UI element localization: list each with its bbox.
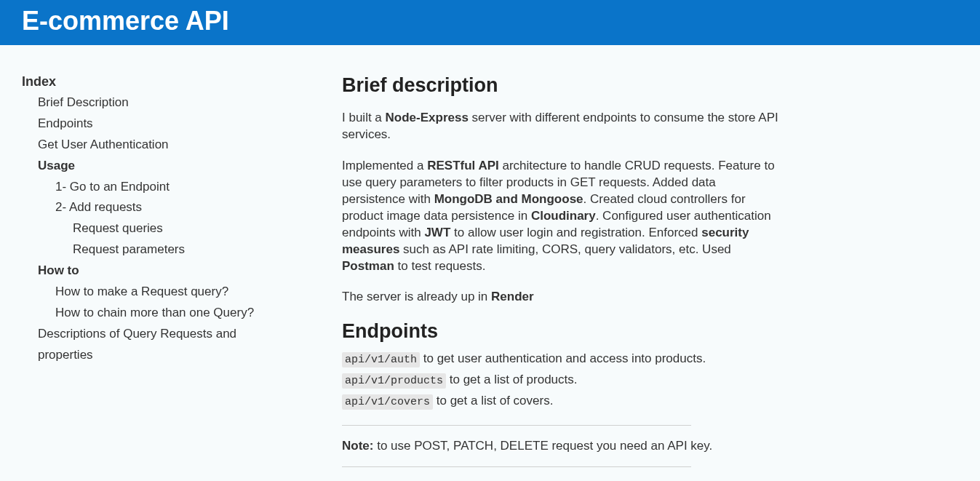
index-heading: Index (22, 74, 276, 90)
sidebar-link-add-requests[interactable]: 2- Add requests (55, 200, 142, 214)
endpoint-auth: api/v1/auth to get user authentication a… (342, 349, 778, 370)
separator (342, 466, 691, 467)
sidebar-link-endpoints[interactable]: Endpoints (38, 116, 93, 130)
sidebar-link-make-query[interactable]: How to make a Request query? (55, 285, 228, 298)
endpoints-heading: Endpoints (342, 320, 778, 343)
endpoint-covers-code: api/v1/covers (342, 394, 433, 410)
sidebar-link-descriptions[interactable]: Descriptions of Query Requests and prope… (38, 327, 236, 362)
sidebar-link-chain-query[interactable]: How to chain more than one Query? (55, 306, 254, 319)
sidebar-link-usage[interactable]: Usage (38, 159, 75, 172)
note: Note: to use POST, PATCH, DELETE request… (342, 439, 778, 453)
sidebar-link-how-to[interactable]: How to (38, 263, 79, 277)
layout: Index Brief Description Endpoints Get Us… (0, 45, 980, 481)
sidebar-link-req-params[interactable]: Request parameters (73, 242, 185, 256)
sidebar: Index Brief Description Endpoints Get Us… (0, 45, 291, 481)
sidebar-link-brief[interactable]: Brief Description (38, 95, 129, 109)
sidebar-link-get-auth[interactable]: Get User Authentication (38, 138, 169, 151)
brief-paragraph-1: I built a Node-Express server with diffe… (342, 110, 778, 143)
endpoint-products-code: api/v1/products (342, 373, 446, 389)
brief-paragraph-2: Implemented a RESTful API architecture t… (342, 158, 778, 275)
endpoint-products: api/v1/products to get a list of product… (342, 370, 778, 391)
main-content: Brief description I built a Node-Express… (291, 45, 822, 481)
sidebar-link-go-endpoint[interactable]: 1- Go to an Endpoint (55, 180, 170, 194)
endpoints-section: Endpoints api/v1/auth to get user authen… (342, 320, 778, 412)
page-header: E-commerce API (0, 0, 980, 45)
brief-description-heading: Brief description (342, 74, 778, 97)
separator (342, 425, 691, 426)
endpoint-covers: api/v1/covers to get a list of covers. (342, 391, 778, 412)
index-list: Brief Description Endpoints Get User Aut… (22, 92, 276, 366)
page-title: E-commerce API (22, 6, 958, 36)
brief-paragraph-3: The server is already up in Render (342, 289, 778, 306)
endpoint-auth-code: api/v1/auth (342, 352, 420, 367)
sidebar-link-req-queries[interactable]: Request queries (73, 221, 163, 235)
